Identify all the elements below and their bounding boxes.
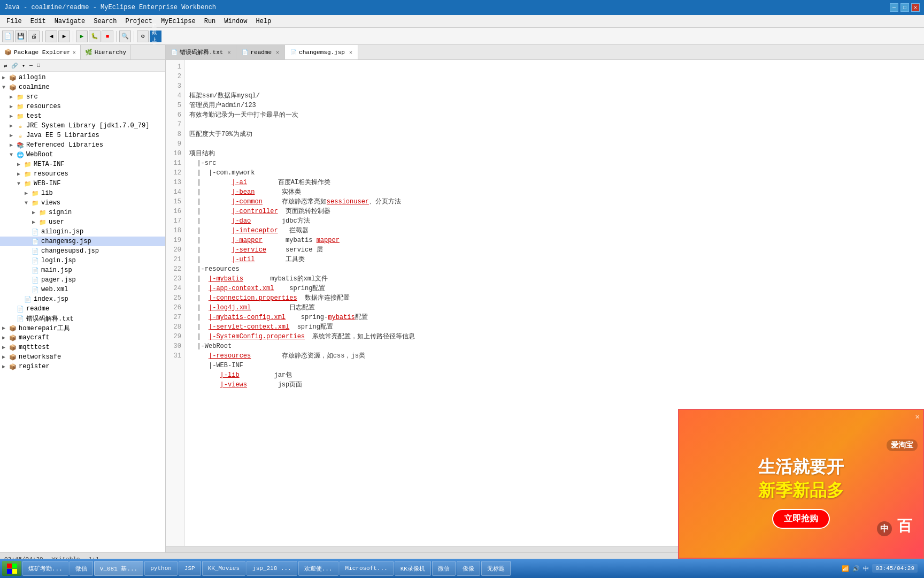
tree-node-label: changesupsd.jsp (41, 247, 99, 255)
tree-node-label: web.xml (41, 286, 68, 293)
panel-link-btn[interactable]: 🔗 (10, 62, 19, 70)
code-line: |-lib jar包 (189, 370, 920, 380)
tree-item[interactable]: ▶☕Java EE 5 Libraries (0, 131, 165, 140)
tree-item[interactable]: ▼📁WEB-INF (0, 179, 165, 188)
menu-search[interactable]: Search (89, 17, 121, 26)
tree-item[interactable]: 📄web.xml (0, 285, 165, 294)
panel-collapse-btn[interactable]: ⇄ (2, 62, 9, 70)
task-meikonkaoji[interactable]: 煤矿考勤... (22, 561, 68, 576)
tab-package-explorer-close[interactable]: ✕ (73, 49, 76, 56)
menu-edit[interactable]: Edit (26, 17, 50, 26)
line-number: 31 (166, 351, 184, 361)
task-kkrecorder[interactable]: KK录像机 (395, 561, 431, 576)
tree-node-icon: 📄 (31, 276, 40, 284)
svg-rect-2 (7, 569, 12, 574)
tree-item[interactable]: ▶📦homerepair工具 (0, 323, 165, 333)
tree-item[interactable]: 📄index.jsp (0, 294, 165, 304)
tree-item[interactable]: ▶📦register (0, 362, 165, 371)
line-number: 30 (166, 341, 184, 351)
tb-back[interactable]: ◀ (45, 31, 57, 42)
tb-stop[interactable]: ■ (102, 31, 113, 42)
tb-myeclipse-icon[interactable]: 拦截上传 (150, 31, 161, 42)
close-button[interactable]: ✕ (911, 3, 920, 12)
task-jun[interactable]: 俊像 (457, 561, 480, 576)
tab-errors-txt[interactable]: 📄 错误码解释.txt ✕ (166, 45, 236, 59)
menu-project[interactable]: Project (121, 17, 156, 26)
tab-package-explorer[interactable]: 📦 Package Explorer ✕ (0, 45, 81, 59)
menu-run[interactable]: Run (200, 17, 220, 26)
task-kkmovies[interactable]: KK_Movies (202, 561, 245, 576)
tab-readme-close[interactable]: ✕ (276, 49, 279, 56)
tree-item[interactable]: ▼🌐WebRoot (0, 150, 165, 159)
tree-item[interactable]: ▶📁lib (0, 188, 165, 198)
task-python[interactable]: python (144, 561, 178, 576)
tree-item[interactable]: ▼📁views (0, 198, 165, 208)
task-jsp218[interactable]: jsp_218 ... (247, 561, 297, 576)
tb-new[interactable]: 📄 (2, 31, 14, 42)
tb-search[interactable]: 🔍 (119, 31, 131, 42)
menu-window[interactable]: Window (220, 17, 251, 26)
task-v081[interactable]: v_081 基... (94, 561, 143, 576)
tab-hierarchy[interactable]: 🌿 Hierarchy (81, 45, 131, 59)
tb-settings[interactable]: ⚙ (137, 31, 149, 42)
tree-item[interactable]: ▶📁resources (0, 102, 165, 111)
tree-item[interactable]: 📄ailogin.jsp (0, 227, 165, 237)
task-jsp[interactable]: JSP (179, 561, 201, 576)
tree-item[interactable]: ▶📁src (0, 92, 165, 102)
menu-file[interactable]: File (2, 17, 26, 26)
tree-item[interactable]: 📄readme (0, 304, 165, 314)
tree-item[interactable]: ▶📚Referenced Libraries (0, 140, 165, 150)
menu-help[interactable]: Help (252, 17, 276, 26)
code-line (189, 139, 920, 149)
tb-print[interactable]: 🖨 (28, 31, 40, 42)
tree-item[interactable]: ▶📁resources (0, 169, 165, 179)
panel-menu-btn[interactable]: ▾ (20, 62, 27, 70)
tree-item[interactable]: 📄changemsg.jsp (0, 237, 165, 246)
tree-item[interactable]: ▶📦networksafe (0, 352, 165, 362)
panel-minimize-btn[interactable]: — (28, 62, 34, 69)
code-line: |-resources (189, 264, 920, 274)
task-microsoft[interactable]: Microsoft... (340, 561, 394, 576)
task-notitle[interactable]: 无标题 (481, 561, 511, 576)
tree-node-icon: 📁 (38, 208, 47, 217)
tree-item[interactable]: ▶📁META-INF (0, 159, 165, 169)
tree-item[interactable]: ▶📦mqtttest (0, 343, 165, 352)
tree-item[interactable]: 📄main.jsp (0, 265, 165, 275)
tree-item[interactable]: 📄错误码解释.txt (0, 314, 165, 323)
tree-item[interactable]: 📄login.jsp (0, 256, 165, 265)
tray-network: 📶 (842, 565, 849, 572)
tb-save[interactable]: 💾 (15, 31, 27, 42)
menu-navigate[interactable]: Navigate (50, 17, 90, 26)
panel-maximize-btn[interactable]: □ (35, 62, 42, 69)
tree-item[interactable]: ▶📁user (0, 217, 165, 227)
tree-item[interactable]: 📄pager.jsp (0, 275, 165, 285)
tab-changemsg-close[interactable]: ✕ (349, 49, 352, 56)
ad-cta-button[interactable]: 立即抢购 (772, 509, 830, 529)
tree-item[interactable]: ▶📦ailogin (0, 73, 165, 82)
start-button[interactable] (2, 561, 21, 576)
tab-changemsg-label: changemsg.jsp (299, 49, 345, 56)
tab-changemsg[interactable]: 📄 changemsg.jsp ✕ (285, 45, 358, 59)
minimize-button[interactable]: — (890, 3, 898, 12)
code-line: |-src (189, 158, 920, 168)
code-line: |-views jsp页面 (189, 380, 920, 390)
tb-debug[interactable]: 🐛 (89, 31, 101, 42)
task-wechat[interactable]: 微信 (70, 561, 93, 576)
tree-item[interactable]: ▶📁test (0, 111, 165, 121)
code-line: | |-log4j.xml 日志配置 (189, 303, 920, 313)
tab-errors-txt-close[interactable]: ✕ (227, 49, 230, 56)
tb-forward[interactable]: ▶ (58, 31, 70, 42)
code-line: | |-common 存放静态常亮如sessionuser、分页方法 (189, 197, 920, 207)
tab-readme[interactable]: 📄 readme ✕ (236, 45, 285, 59)
tree-item[interactable]: ▶☕JRE System Library [jdk1.7.0_79] (0, 121, 165, 131)
ad-close-btn[interactable]: ✕ (915, 412, 920, 421)
tree-item[interactable]: ▶📁signin (0, 208, 165, 217)
menu-myeclipse[interactable]: MyEclipse (157, 17, 200, 26)
task-wechat2[interactable]: 微信 (432, 561, 456, 576)
task-welcome[interactable]: 欢迎使... (298, 561, 338, 576)
maximize-button[interactable]: □ (900, 3, 909, 12)
tree-item[interactable]: 📄changesupsd.jsp (0, 246, 165, 256)
tree-item[interactable]: ▶📦maycraft (0, 333, 165, 343)
tree-item[interactable]: ▼📦coalmine (0, 82, 165, 92)
tb-run[interactable]: ▶ (76, 31, 88, 42)
